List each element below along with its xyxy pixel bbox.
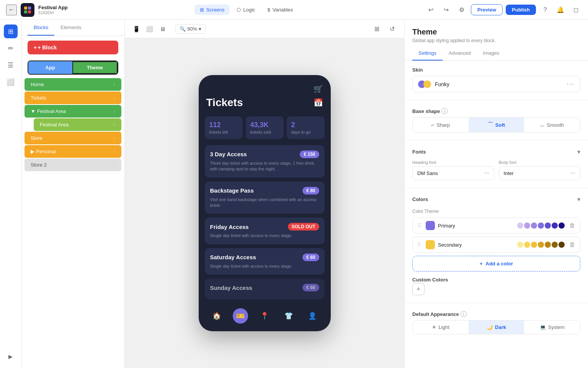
colors-label: Colors xyxy=(412,196,428,202)
phone-nav-store[interactable]: 👕 xyxy=(281,308,296,324)
help-button[interactable]: ? xyxy=(539,4,551,16)
sidebar-icon-toggle[interactable]: ▶ xyxy=(4,350,18,363)
colors-collapse-button[interactable]: ▾ xyxy=(577,196,580,203)
appearance-dark-button[interactable]: 🌙 Dark xyxy=(469,321,524,334)
nav-item-festival-area-sub[interactable]: Festival Area ↑ xyxy=(34,118,121,131)
phone-nav-account[interactable]: 👤 xyxy=(305,308,320,324)
divider-4 xyxy=(405,303,588,303)
delete-secondary-button[interactable]: 🗑 xyxy=(569,241,575,248)
appearance-info-icon[interactable]: i xyxy=(461,311,467,317)
topbar: ← Festival App 5183DH ⊞ Screens ⬡ Logic … xyxy=(0,0,588,20)
nav-item-tickets[interactable]: Tickets ↑ xyxy=(24,92,121,104)
canvas-area: 📱 ⬜ 🖥 🔍 90% ▾ ⊞ ↺ 🛒 Tickets 📅 xyxy=(125,20,404,368)
heading-font-selector[interactable]: DM Sans ··· xyxy=(412,166,494,180)
skin-name: Funky xyxy=(435,81,449,87)
sidebar-icon-draw[interactable]: ✏ xyxy=(4,41,18,55)
tab-blocks[interactable]: Blocks xyxy=(28,20,54,36)
phone-header: Tickets 📅 xyxy=(205,96,325,109)
nav-item-festival-area[interactable]: ▼ Festival Area ↑ xyxy=(24,105,121,118)
primary-swatch-5[interactable] xyxy=(545,222,551,229)
notification-button[interactable]: 🔔 xyxy=(554,4,567,16)
refresh-button[interactable]: ↺ xyxy=(386,23,398,35)
redo-button[interactable]: ↪ xyxy=(440,4,452,16)
primary-swatch-7[interactable] xyxy=(559,222,565,229)
settings-button[interactable]: ⚙ xyxy=(456,4,468,16)
secondary-swatch-5[interactable] xyxy=(545,242,551,248)
sidebar-icon-pages[interactable]: ⬜ xyxy=(4,75,18,89)
variables-icon: $ xyxy=(268,7,270,13)
add-custom-color-button[interactable]: + xyxy=(412,283,425,295)
nav-item-personal[interactable]: ▶ Personal ↑ xyxy=(24,145,121,158)
secondary-swatch-4[interactable] xyxy=(538,242,544,248)
secondary-swatch-2[interactable] xyxy=(524,242,530,248)
device-mobile-button[interactable]: 📱 xyxy=(131,24,142,34)
back-button[interactable]: ← xyxy=(6,5,17,15)
secondary-swatch-6[interactable] xyxy=(552,242,558,248)
nav-variables-button[interactable]: $ Variables xyxy=(262,5,298,15)
body-font-more-button[interactable]: ··· xyxy=(570,170,575,177)
appearance-system-button[interactable]: 💻 System xyxy=(524,321,580,334)
skin-row[interactable]: Funky ··· xyxy=(412,76,580,92)
phone-nav-tickets[interactable]: 🎫 xyxy=(233,308,248,324)
device-desktop-button[interactable]: 🖥 xyxy=(157,24,168,34)
publish-button[interactable]: Publish xyxy=(506,5,536,15)
drag-handle-primary[interactable]: ⠿ xyxy=(417,222,421,229)
secondary-swatch-3[interactable] xyxy=(531,242,537,248)
primary-color-square xyxy=(426,221,435,230)
skin-more-button[interactable]: ··· xyxy=(567,80,575,88)
body-font-name: Inter xyxy=(504,170,514,176)
delete-primary-button[interactable]: 🗑 xyxy=(569,222,575,229)
nav-item-personal-arrow: ↑ xyxy=(113,149,116,154)
primary-swatch-4[interactable] xyxy=(538,222,544,229)
add-block-button[interactable]: + + Block xyxy=(28,41,118,54)
body-font-selector[interactable]: Inter ··· xyxy=(499,166,581,180)
primary-swatch-6[interactable] xyxy=(552,222,558,229)
shape-sharp-button[interactable]: ⌐ Sharp xyxy=(413,118,469,132)
zoom-control[interactable]: 🔍 90% ▾ xyxy=(175,24,206,34)
nav-item-home-label: Home xyxy=(31,82,44,87)
theme-button[interactable]: Theme xyxy=(72,61,118,74)
colors-section-header: Colors ▾ xyxy=(412,196,580,203)
device-tablet-button[interactable]: ⬜ xyxy=(144,24,155,34)
sharp-icon: ⌐ xyxy=(431,122,434,128)
chevron-right-icon: ▶ xyxy=(31,149,34,154)
right-tab-images[interactable]: Images xyxy=(477,46,506,61)
tab-elements[interactable]: Elements xyxy=(54,20,87,36)
nav-item-home[interactable]: Home ↑ xyxy=(24,78,121,91)
account-button[interactable]: ◻ xyxy=(570,4,582,16)
undo-button[interactable]: ↩ xyxy=(425,4,437,16)
heading-font-more-button[interactable]: ··· xyxy=(484,170,489,177)
sidebar-icon-blocks[interactable]: ⊞ xyxy=(4,25,18,38)
nav-logic-button[interactable]: ⬡ Logic xyxy=(231,5,260,15)
ticket-card-sunday: Sunday Access € 60 xyxy=(205,278,325,299)
nav-screens-button[interactable]: ⊞ Screens xyxy=(194,5,230,15)
right-tab-advanced[interactable]: Advanced xyxy=(443,46,477,61)
primary-swatch-3[interactable] xyxy=(531,222,537,229)
secondary-swatch-7[interactable] xyxy=(559,242,565,248)
add-color-button[interactable]: + Add a color xyxy=(412,256,580,272)
phone-nav-location[interactable]: 📍 xyxy=(257,308,272,324)
nav-item-store2[interactable]: Store 2 ↑ xyxy=(24,159,121,171)
secondary-swatch-1[interactable] xyxy=(517,242,523,248)
right-tab-settings[interactable]: Settings xyxy=(412,46,443,61)
ticket-name-backstage: Backstage Pass xyxy=(210,187,254,194)
grid-view-button[interactable]: ⊞ xyxy=(371,23,383,35)
preview-button[interactable]: Preview xyxy=(471,4,503,15)
nav-item-home-arrow: ↑ xyxy=(113,82,116,87)
app-button[interactable]: App xyxy=(28,61,72,74)
shape-soft-button[interactable]: ⌒ Soft xyxy=(469,118,524,132)
phone-nav-home[interactable]: 🏠 xyxy=(209,308,224,324)
theme-subtitle: Global app styling applied to every bloc… xyxy=(412,38,580,43)
stats-row: 112 tickets left 43,3K tickets sold 2 da… xyxy=(205,116,325,139)
fonts-collapse-button[interactable]: ▾ xyxy=(577,148,580,155)
nav-item-store[interactable]: Store ↑ xyxy=(24,132,121,144)
drag-handle-secondary[interactable]: ⠿ xyxy=(417,242,421,248)
base-shape-info-icon[interactable]: i xyxy=(441,108,448,114)
shape-smooth-button[interactable]: ⌓ Smooth xyxy=(524,118,580,132)
plus-icon: + xyxy=(34,44,37,51)
primary-swatch-2[interactable] xyxy=(524,222,530,229)
appearance-light-button[interactable]: ☀ Light xyxy=(413,321,469,334)
sidebar-icon-data[interactable]: ☰ xyxy=(4,58,18,72)
base-shape-options: ⌐ Sharp ⌒ Soft ⌓ Smooth xyxy=(412,117,580,132)
primary-swatch-1[interactable] xyxy=(517,222,523,229)
